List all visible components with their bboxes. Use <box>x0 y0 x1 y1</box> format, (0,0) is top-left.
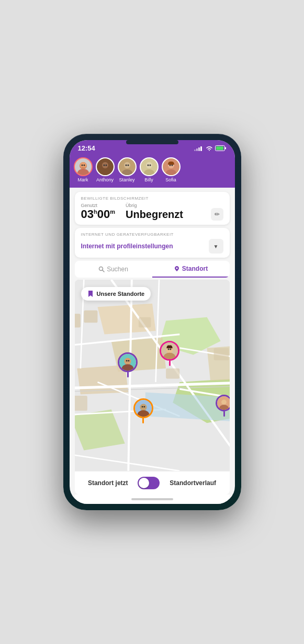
svg-point-15 <box>103 165 105 166</box>
svg-point-18 <box>124 162 130 168</box>
svg-rect-6 <box>225 147 226 150</box>
toggle-switch[interactable] <box>138 477 160 489</box>
pin-tail-4 <box>223 411 225 417</box>
member-name-anthony: Anthony <box>96 177 114 182</box>
svg-point-34 <box>176 268 177 269</box>
unlimited-row: Unbegrenzt ✏ <box>126 208 223 221</box>
pin-avatar-3 <box>133 398 153 418</box>
edit-button[interactable]: ✏ <box>211 208 223 221</box>
svg-point-10 <box>81 165 83 166</box>
location-icon <box>174 266 180 272</box>
signal-icon <box>194 146 204 151</box>
svg-rect-53 <box>75 396 87 411</box>
svg-point-8 <box>77 169 89 175</box>
status-time: 12:54 <box>78 144 95 152</box>
svg-point-67 <box>142 406 143 408</box>
minutes-unit: m <box>110 209 115 215</box>
svg-rect-51 <box>166 369 179 379</box>
used-minutes: 00 <box>97 208 110 221</box>
phone-notch <box>126 140 178 144</box>
tab-location-label: Standort <box>182 265 208 272</box>
svg-rect-1 <box>196 148 198 151</box>
svg-rect-3 <box>200 146 202 151</box>
internet-card: INTERNET UND GERATEVERFUGBARKEIT Interne… <box>75 228 230 258</box>
svg-point-9 <box>80 162 86 168</box>
pin-avatar-2 <box>160 341 179 361</box>
svg-point-13 <box>102 162 108 168</box>
location-history-button[interactable]: Standortverlauf <box>170 479 216 487</box>
internet-dropdown-button[interactable]: ▼ <box>209 239 223 254</box>
family-member-mark[interactable]: Mark <box>74 157 93 182</box>
used-time-value: 03h00m <box>81 208 115 221</box>
time-row: Genutzt 03h00m Übrig Unbegrenzt ✏ <box>81 203 223 221</box>
wifi-icon <box>206 146 213 151</box>
hours-unit: h <box>94 209 97 215</box>
svg-rect-2 <box>198 147 200 151</box>
svg-point-16 <box>105 165 107 166</box>
map-pin-2 <box>160 341 179 366</box>
pin-tail-3 <box>142 418 144 423</box>
family-member-billy[interactable]: Billy <box>140 157 159 182</box>
toggle-knob <box>139 478 149 488</box>
svg-rect-50 <box>138 317 151 328</box>
phone-frame: 12:54 <box>63 134 241 510</box>
bookmark-icon <box>87 290 94 297</box>
svg-rect-0 <box>194 150 196 151</box>
svg-point-23 <box>146 162 152 168</box>
family-header: Mark Anthony <box>70 154 235 188</box>
svg-point-57 <box>126 360 128 362</box>
family-member-sofia[interactable]: Sofia <box>162 157 181 182</box>
screen-time-card: BEWILLIGTE BILDSCHIRMZEIT Genutzt 03h00m… <box>75 192 230 225</box>
pin-tail-2 <box>169 361 171 366</box>
family-member-anthony[interactable]: Anthony <box>96 157 115 182</box>
home-indicator <box>75 494 230 504</box>
phone-screen: 12:54 <box>70 140 235 504</box>
map-pin-1 <box>118 352 138 377</box>
avatar-billy <box>140 157 159 176</box>
svg-line-33 <box>103 270 105 272</box>
svg-rect-48 <box>75 314 81 328</box>
tab-location[interactable]: Standort <box>152 261 230 278</box>
map-svg <box>75 280 230 471</box>
bottom-bar: Standort jetzt Standortverlauf <box>75 471 230 494</box>
avatar-mark <box>74 157 93 176</box>
member-name-mark: Mark <box>78 177 88 182</box>
svg-point-55 <box>125 358 131 365</box>
battery-icon <box>215 145 227 151</box>
map-pin-4 <box>216 395 229 417</box>
remaining-time-block: Übrig Unbegrenzt ✏ <box>126 203 223 221</box>
screen-time-label: BEWILLIGTE BILDSCHIRMZEIT <box>81 196 223 201</box>
svg-point-70 <box>222 399 227 405</box>
member-name-sofia: Sofia <box>165 177 176 182</box>
svg-point-63 <box>170 349 172 350</box>
pin-avatar-1 <box>118 352 138 372</box>
internet-label: INTERNET UND GERATEVERFUGBARKEIT <box>81 232 223 237</box>
location-now-button[interactable]: Standort jetzt <box>88 479 128 487</box>
map-area[interactable]: Unsere Standorte <box>75 280 230 471</box>
svg-rect-49 <box>84 310 97 323</box>
pin-tail-1 <box>127 372 129 377</box>
tab-row: Suchen Standort <box>75 261 230 278</box>
svg-point-68 <box>143 406 145 408</box>
map-tooltip[interactable]: Unsere Standorte <box>81 287 151 301</box>
avatar-sofia <box>162 157 181 176</box>
svg-rect-5 <box>216 146 223 150</box>
svg-point-25 <box>147 165 149 166</box>
tab-search[interactable]: Suchen <box>75 261 152 278</box>
member-name-billy: Billy <box>144 177 153 182</box>
svg-rect-52 <box>213 348 229 361</box>
svg-point-65 <box>140 404 147 411</box>
search-icon <box>98 266 105 272</box>
tooltip-text: Unsere Standorte <box>97 291 145 297</box>
svg-point-58 <box>128 360 130 362</box>
pin-avatar-4 <box>216 395 229 411</box>
map-pin-3 <box>133 398 153 423</box>
avatar-anthony <box>96 157 115 176</box>
status-icons <box>194 145 227 151</box>
used-hours: 03 <box>81 208 94 221</box>
remaining-label: Übrig <box>126 203 223 208</box>
internet-row: Internet mit profileinstellungen ▼ <box>81 239 223 254</box>
family-member-stanley[interactable]: Stanley <box>118 157 137 182</box>
svg-point-62 <box>168 349 170 350</box>
tab-search-label: Suchen <box>107 266 128 273</box>
